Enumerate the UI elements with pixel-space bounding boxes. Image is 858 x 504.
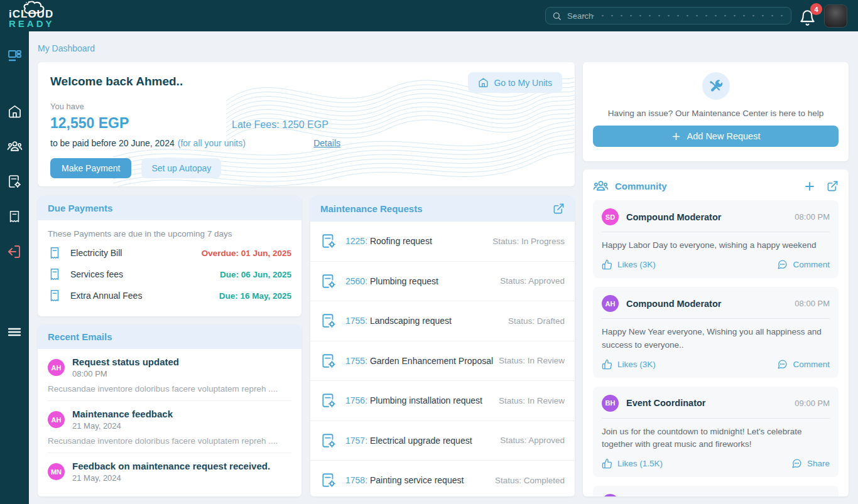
- post-author: Compound Moderator: [626, 212, 721, 222]
- avatar: AH: [48, 359, 65, 376]
- share-button[interactable]: Share: [791, 458, 830, 469]
- sidebar-menu-toggle[interactable]: [0, 318, 29, 346]
- community-post: AH Compound Moderator 08:00 PM Happy New…: [593, 287, 839, 378]
- notifications-button[interactable]: 4: [799, 6, 820, 27]
- maintenance-request-row[interactable]: 1757: Electrical upgrade request Status:…: [310, 421, 575, 461]
- sidebar-item-home[interactable]: [0, 97, 29, 126]
- request-status: Status: Drafted: [508, 316, 565, 326]
- likes-label: Likes (3K): [617, 260, 656, 269]
- search-input[interactable]: [567, 11, 785, 21]
- receipt-icon: [48, 246, 62, 260]
- email-item[interactable]: AH Request status updated 08:00 PM Recus…: [38, 349, 301, 401]
- add-new-request-button[interactable]: Add New Request: [593, 126, 839, 147]
- post-author: Event Coordinator: [626, 398, 705, 408]
- request-status: Status: Approved: [500, 436, 565, 445]
- requests-icon: [7, 174, 22, 189]
- payment-due-date: Overdue: 01 Jun, 2025: [202, 249, 291, 258]
- request-id: 1757:: [345, 436, 367, 446]
- post-body: Happy Labor Day to everyone, wishing a h…: [602, 239, 830, 252]
- comment-button[interactable]: Comment: [777, 259, 830, 270]
- maintenance-request-row[interactable]: 1755: Landscaping request Status: Drafte…: [310, 301, 575, 341]
- likes-button[interactable]: Likes (3K): [602, 259, 656, 270]
- post-time: 08:00 PM: [795, 299, 830, 308]
- email-item[interactable]: MN Feedback on maintenance request recei…: [38, 453, 301, 483]
- maintenance-requests-card: Maintenance Requests: [310, 196, 575, 496]
- request-status: Status: In Progress: [492, 237, 565, 246]
- sidebar-item-logout[interactable]: [0, 237, 29, 266]
- request-icon: [320, 472, 337, 488]
- avatar: SD: [602, 208, 619, 225]
- maintenance-request-row[interactable]: 1755: Garden Enhancement Proposal Status…: [310, 341, 575, 382]
- payment-name: Electricity Bill: [70, 248, 122, 258]
- add-new-request-label: Add New Request: [687, 131, 761, 141]
- tools-icon: [709, 78, 724, 94]
- avatar: AH: [602, 295, 619, 312]
- request-icon: [320, 273, 337, 289]
- maintenance-center-card: Having an issue? Our Maintenance Center …: [583, 62, 849, 161]
- due-payment-row[interactable]: Electricity Bill Overdue: 01 Jun, 2025: [48, 242, 291, 264]
- maintenance-requests-title: Maintenance Requests: [320, 203, 423, 214]
- go-to-units-button[interactable]: Go to My Units: [468, 72, 562, 93]
- open-community-button[interactable]: [827, 180, 839, 192]
- request-name: Electrical upgrade request: [370, 436, 472, 446]
- email-preview: Recusandae inventore doloribus facere vo…: [48, 436, 291, 453]
- due-payments-title: Due Payments: [48, 203, 112, 213]
- sidebar-item-community[interactable]: [0, 132, 29, 161]
- setup-autopay-button[interactable]: Set up Autopay: [141, 158, 221, 178]
- post-author: Compound Moderator: [626, 299, 721, 309]
- welcome-title: Welcome back Ahmed..: [50, 72, 183, 88]
- request-name: Garden Enhancement Proposal: [370, 356, 493, 366]
- likes-button[interactable]: Likes (1.5K): [602, 458, 663, 469]
- request-id: 2560:: [345, 276, 367, 286]
- email-time: 08:00 PM: [72, 369, 179, 378]
- request-id: 1758:: [345, 475, 367, 485]
- details-link[interactable]: Details: [313, 138, 340, 148]
- sidebar-item-dashboard[interactable]: [0, 41, 29, 70]
- due-payment-row[interactable]: Services fees Due: 06 Jun, 2025: [48, 264, 291, 285]
- divider: [602, 232, 830, 232]
- search-bar[interactable]: [545, 7, 791, 24]
- add-post-button[interactable]: [804, 181, 815, 192]
- community-title: Community: [615, 181, 667, 191]
- payment-due-date: Due: 06 Jun, 2025: [220, 270, 291, 279]
- receipt-icon: [48, 267, 62, 281]
- due-date-text: to be paid before 20 June, 2024: [50, 138, 175, 148]
- community-post: BH Event Coordinator 09:00 PM Join us fo…: [593, 387, 839, 478]
- comment-button[interactable]: Comment: [777, 359, 830, 370]
- brand-logo[interactable]: iCLOUD READY: [8, 1, 83, 30]
- request-status: Status: In Review: [499, 396, 565, 405]
- sidebar-item-requests[interactable]: [0, 167, 29, 196]
- email-item[interactable]: AH Maintenance feedback 21 May, 2024 Rec…: [38, 401, 301, 453]
- request-status: Status: Completed: [495, 476, 565, 485]
- sidebar-nav: [0, 31, 29, 504]
- payment-name: Extra Annual Fees: [70, 291, 142, 301]
- balance-amount: 12,550 EGP: [50, 115, 232, 132]
- likes-button[interactable]: Likes (3K): [602, 359, 656, 370]
- payment-due-date: Due: 16 May, 2025: [219, 291, 291, 301]
- user-avatar[interactable]: [824, 4, 847, 28]
- breadcrumb[interactable]: My Dashboard: [38, 43, 849, 53]
- request-status: Status: In Review: [499, 356, 565, 365]
- maintenance-request-row[interactable]: 1756: Plumbing installation request Stat…: [310, 381, 575, 421]
- sidebar-item-documents[interactable]: [0, 202, 29, 231]
- community-icon: [593, 178, 609, 194]
- post-body: Join us for the countdown to midnight! L…: [602, 426, 830, 451]
- request-name: Painting service request: [370, 475, 464, 485]
- due-date-note: (for all your units): [178, 138, 246, 148]
- dashboard-icon: [7, 48, 22, 63]
- due-payments-card: Due Payments These Payments are due in t…: [38, 196, 301, 316]
- community-post: CH Guest Speaker 10:00 PM: [593, 486, 839, 496]
- due-payment-row[interactable]: Extra Annual Fees Due: 16 May, 2025: [48, 285, 291, 306]
- email-preview: Recusandae inventore doloribus facere vo…: [48, 384, 291, 401]
- open-requests-button[interactable]: [553, 203, 565, 215]
- community-icon: [7, 139, 23, 154]
- maintenance-request-row[interactable]: 1225: Roofing request Status: In Progres…: [310, 222, 575, 262]
- maintenance-request-row[interactable]: 1758: Painting service request Status: C…: [310, 461, 575, 496]
- request-icon: [320, 353, 337, 369]
- home-small-icon: [478, 77, 489, 88]
- make-payment-button[interactable]: Make Payment: [50, 158, 131, 178]
- divider: [602, 418, 830, 419]
- maintenance-request-row[interactable]: 2560: Plumbing request Status: Approved: [310, 262, 575, 302]
- tools-icon-circle: [702, 72, 730, 100]
- recent-emails-card: Recent Emails AH Request status updated …: [38, 324, 301, 496]
